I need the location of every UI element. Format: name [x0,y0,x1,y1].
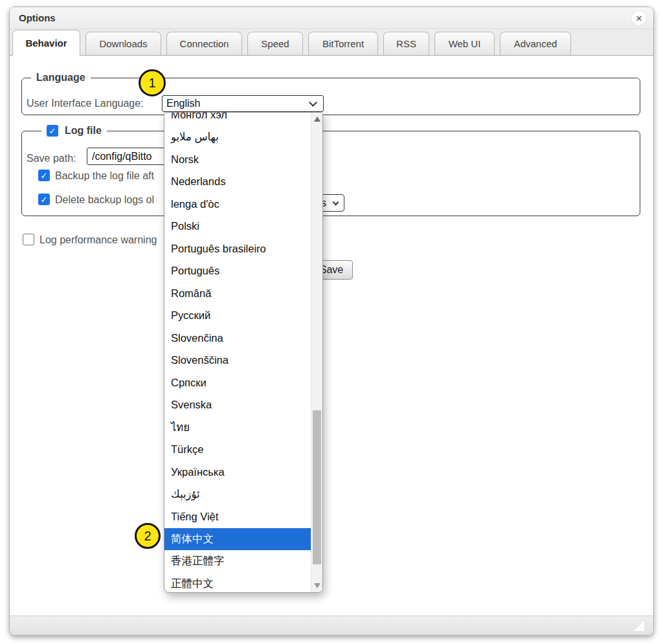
tab-connection[interactable]: Connection [166,32,242,55]
dropdown-option[interactable]: Русский [164,305,311,328]
tab-advanced[interactable]: Advanced [500,32,571,55]
chevron-down-icon [309,98,317,107]
dropdown-option[interactable]: 正體中文 [164,573,311,594]
tab-label: Web UI [449,38,481,49]
language-legend: Language [36,72,85,83]
log-file-checkbox[interactable]: ✓ [47,125,58,137]
dropdown-option[interactable]: Српски [164,372,311,394]
step-number: 1 [148,76,155,91]
tab-webui[interactable]: Web UI [434,32,495,55]
scrollbar-thumb[interactable] [313,410,321,564]
scroll-up-icon[interactable] [314,117,320,122]
ui-language-select[interactable]: English [162,95,324,112]
performance-warning-label: Log performance warning [39,234,157,246]
close-icon[interactable]: ✕ [632,11,646,25]
dropdown-option[interactable]: 简体中文 [164,528,311,551]
tab-label: BitTorrent [322,38,364,49]
dropdown-option[interactable]: ไทย [164,416,311,439]
tab-label: Connection [180,38,229,49]
status-bar [10,616,653,635]
tab-downloads[interactable]: Downloads [85,32,161,55]
log-file-legend: Log file [65,125,102,137]
tab-label: Speed [261,38,289,49]
tab-label: RSS [396,38,416,49]
options-dialog: Options ✕ Behavior Downloads Connection … [9,6,654,636]
resize-handle-icon[interactable] [634,621,644,631]
tab-label: Advanced [514,38,557,49]
check-icon: ✓ [49,126,56,136]
check-icon: ✓ [41,195,48,205]
language-dropdown: Монгол хэлبهاس ملايوNorskNederlandslenga… [164,112,323,593]
ui-language-value: English [166,98,200,109]
ui-language-label: User Interface Language: [27,96,144,111]
scroll-down-icon[interactable] [314,583,320,588]
dropdown-option[interactable]: Português brasileiro [164,238,311,260]
dropdown-option[interactable]: Монгол хэл [164,112,311,126]
tab-behavior[interactable]: Behavior [12,30,80,56]
dropdown-option[interactable]: Slovenščina [164,350,311,372]
dropdown-option[interactable]: Norsk [164,148,311,171]
tab-rss[interactable]: RSS [383,32,429,55]
tab-label: Behavior [25,38,67,49]
backup-log-label: Backup the log file aft [55,170,154,182]
dropdown-option[interactable]: Slovenčina [164,327,311,350]
dropdown-option[interactable]: Tiếng Việt [164,505,311,528]
dropdown-option[interactable]: Română [164,282,311,305]
dropdown-option[interactable]: Polski [164,216,311,238]
dropdown-option[interactable]: Türkçe [164,439,311,461]
dropdown-option[interactable]: ئۇزبېك [164,483,311,506]
step-annotation-1: 1 [139,69,166,96]
delete-backup-label: Delete backup logs ol [55,194,154,206]
tab-label: Downloads [99,38,147,49]
dropdown-option[interactable]: بهاس ملايو [164,126,311,149]
backup-log-checkbox[interactable]: ✓ [38,170,50,181]
dropdown-option[interactable]: Português [164,260,311,283]
dropdown-option[interactable]: Svenska [164,394,311,417]
dialog-title: Options [19,12,56,23]
delete-backup-checkbox[interactable]: ✓ [38,194,50,205]
save-path-value: /config/qBitto [92,151,152,162]
step-annotation-2: 2 [135,523,161,549]
dropdown-option[interactable]: 香港正體字 [164,550,311,573]
dropdown-scrollbar[interactable] [311,113,322,592]
tab-bittorrent[interactable]: BitTorrent [308,32,378,55]
check-icon: ✓ [41,171,48,181]
dropdown-option[interactable]: Nederlands [164,171,311,194]
dropdown-option[interactable]: Українська [164,461,311,483]
tab-strip: Behavior Downloads Connection Speed BitT… [10,29,653,56]
save-path-label: Save path: [27,151,76,166]
step-number: 2 [144,529,151,544]
performance-warning-checkbox[interactable] [23,234,34,245]
save-button-label: Save [320,264,343,276]
title-bar: Options ✕ [10,7,653,29]
chevron-down-icon [333,199,339,206]
tab-speed[interactable]: Speed [247,32,303,55]
dropdown-list: Монгол хэлبهاس ملايوNorskNederlandslenga… [164,112,311,593]
dropdown-option[interactable]: lenga d'òc [164,193,311,216]
